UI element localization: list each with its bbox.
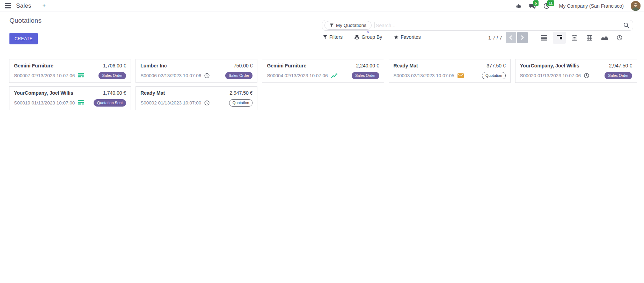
clock-icon[interactable] [204, 100, 210, 106]
app-name[interactable]: Sales [16, 2, 31, 9]
quotation-reference: S00004 02/13/2023 10:07:06 [267, 73, 328, 78]
chevron-right-icon [521, 35, 524, 40]
group-by-button[interactable]: Group By [354, 34, 382, 40]
quotation-amount: 1,706.00 € [103, 63, 126, 68]
customer-name: Gemini Furniture [267, 63, 306, 68]
quotation-amount: 2,947.50 € [229, 90, 253, 96]
search-facet-my-quotations[interactable]: My Quotations [324, 21, 372, 30]
status-badge: Sales Order [98, 72, 126, 80]
view-switch-pivot[interactable] [583, 32, 596, 44]
quotation-reference: S00019 01/13/2023 10:07:00 [14, 100, 75, 106]
customer-name: Ready Mat [394, 63, 418, 68]
status-badge: Quotation [229, 99, 253, 107]
top-navbar: Sales + 5 11 My Company (San Francisco) [0, 0, 644, 12]
chart-green-icon[interactable] [331, 73, 338, 78]
view-switch-graph[interactable] [598, 32, 611, 44]
create-button[interactable]: CREATE [9, 33, 38, 44]
layers-icon [354, 35, 359, 39]
quotation-card[interactable]: Ready Mat 377.50 € S00003 02/13/2023 10:… [389, 59, 511, 83]
quotation-reference: S00002 01/13/2023 10:07:00 [140, 100, 201, 106]
clock-icon[interactable] [584, 73, 589, 78]
customer-name: Gemini Furniture [14, 63, 53, 68]
company-switcher[interactable]: My Company (San Francisco) [559, 3, 624, 9]
favorites-button[interactable]: Favorites [394, 34, 421, 40]
activity-count-badge: 11 [547, 0, 554, 6]
filter-funnel-icon [330, 23, 334, 27]
bug-icon[interactable] [515, 2, 522, 9]
chevron-left-icon [509, 35, 512, 40]
status-badge: Quotation Sent [94, 99, 126, 107]
quotation-card[interactable]: Gemini Furniture 1,706.00 € S00007 02/13… [9, 59, 131, 83]
filter-funnel-icon [323, 35, 327, 39]
calendar-view-icon [572, 35, 577, 41]
quotation-reference: S00003 02/13/2023 10:07:05 [394, 73, 454, 78]
view-switch-list[interactable] [538, 32, 551, 44]
clock-icon[interactable] [204, 73, 210, 78]
view-switcher [538, 32, 626, 44]
activity-view-icon [617, 35, 622, 41]
quotation-card[interactable]: Gemini Furniture 2,240.00 € S00004 02/13… [262, 59, 384, 83]
status-badge: Quotation [482, 72, 506, 80]
status-badge: Sales Order [352, 72, 379, 80]
quotation-reference: S00020 01/13/2023 10:07:06 [520, 73, 581, 78]
kanban-view-icon [557, 35, 562, 41]
search-input[interactable] [374, 23, 623, 28]
customer-name: YourCompany, Joel Willis [520, 63, 579, 68]
activity-clock-icon[interactable]: 11 [543, 2, 550, 9]
facet-label: My Quotations [336, 23, 366, 28]
quotation-amount: 2,947.50 € [609, 63, 632, 68]
star-icon [394, 35, 398, 39]
control-panel: Quotations CREATE My Quotations × Filter… [0, 12, 644, 50]
pager: 1-7 / 7 [488, 32, 528, 43]
facet-remove-icon[interactable]: × [367, 30, 369, 34]
filters-button[interactable]: Filters [323, 34, 343, 40]
tasks-green-icon[interactable] [78, 100, 84, 105]
tasks-green-icon[interactable] [78, 73, 84, 78]
quotation-reference: S00007 02/13/2023 10:07:06 [14, 73, 75, 78]
avatar[interactable] [631, 1, 641, 11]
pivot-view-icon [587, 35, 592, 41]
pager-range: 1-7 / 7 [488, 35, 502, 41]
customer-name: Lumber Inc [140, 63, 167, 68]
messages-icon[interactable]: 5 [529, 2, 536, 9]
new-tab-icon[interactable]: + [43, 3, 46, 9]
quotation-card[interactable]: Ready Mat 2,947.50 € S00002 01/13/2023 1… [136, 86, 257, 110]
quotation-amount: 1,740.00 € [103, 90, 126, 96]
view-switch-kanban[interactable] [553, 32, 566, 44]
kanban-grid: Gemini Furniture 1,706.00 € S00007 02/13… [9, 59, 637, 110]
graph-view-icon [601, 35, 608, 40]
quotation-amount: 750.00 € [234, 63, 253, 68]
pager-next-button[interactable] [517, 32, 528, 43]
search-options: Filters Group By Favorites [323, 34, 421, 40]
quotation-card[interactable]: YourCompany, Joel Willis 1,740.00 € S000… [9, 86, 131, 110]
view-switch-activity[interactable] [613, 32, 626, 44]
apps-menu-icon[interactable] [5, 3, 11, 8]
envelope-orange-icon[interactable] [458, 73, 464, 78]
messages-count-badge: 5 [533, 0, 539, 6]
list-view-icon [541, 35, 547, 41]
customer-name: Ready Mat [140, 90, 165, 96]
pager-previous-button[interactable] [506, 32, 516, 43]
search-icon[interactable] [623, 22, 629, 28]
status-badge: Sales Order [225, 72, 253, 80]
view-switch-calendar[interactable] [568, 32, 581, 44]
page-title: Quotations [9, 17, 42, 24]
quotation-card[interactable]: Lumber Inc 750.00 € S00006 02/13/2023 10… [136, 59, 257, 83]
quotation-reference: S00006 02/13/2023 10:07:06 [140, 73, 201, 78]
status-badge: Sales Order [605, 72, 632, 80]
search-bar[interactable]: My Quotations × [322, 20, 633, 31]
quotation-amount: 2,240.00 € [356, 63, 379, 68]
quotation-card[interactable]: YourCompany, Joel Willis 2,947.50 € S000… [515, 59, 637, 83]
quotation-amount: 377.50 € [486, 63, 506, 68]
customer-name: YourCompany, Joel Willis [14, 90, 73, 96]
